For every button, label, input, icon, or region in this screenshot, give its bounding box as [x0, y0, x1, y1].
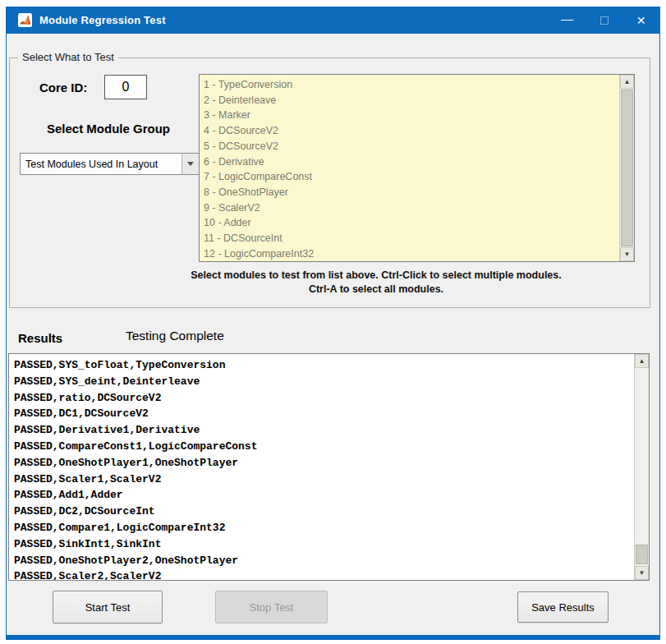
maximize-button[interactable]: [586, 7, 622, 34]
module-list-item[interactable]: 6 - Derivative: [204, 154, 619, 170]
result-row[interactable]: PASSED,Compare1,LogicCompareInt32: [14, 520, 634, 536]
minimize-button[interactable]: —: [549, 7, 586, 34]
scroll-up-icon[interactable]: ▲: [635, 354, 649, 368]
stop-test-button: Stop Test: [215, 591, 328, 623]
result-row[interactable]: PASSED,SinkInt1,SinkInt: [14, 536, 634, 553]
scroll-down-icon[interactable]: ▼: [620, 247, 634, 261]
scrollbar-thumb[interactable]: [621, 90, 633, 246]
scroll-down-icon[interactable]: ▼: [635, 566, 649, 580]
result-row[interactable]: PASSED,SYS_deint,Deinterleave: [14, 374, 634, 390]
matlab-icon: [18, 13, 32, 27]
dropdown-arrow-button[interactable]: [181, 154, 199, 174]
maximize-icon: [600, 16, 609, 25]
scroll-up-icon[interactable]: ▲: [620, 75, 634, 89]
module-list-item[interactable]: 7 - LogicCompareConst: [204, 169, 619, 185]
window-controls: — ✕: [549, 7, 659, 34]
result-row[interactable]: PASSED,OneShotPlayer1,OneShotPlayer: [14, 455, 634, 472]
modules-listbox[interactable]: 1 - TypeConversion2 - Deinterleave3 - Ma…: [199, 74, 635, 262]
result-row[interactable]: PASSED,CompareConst1,LogicCompareConst: [14, 439, 634, 455]
modules-help-text: Select modules to test from list above. …: [130, 269, 622, 297]
status-text: Testing Complete: [126, 329, 224, 343]
select-module-group-label: Select Module Group: [47, 122, 170, 136]
results-listbox[interactable]: PASSED,SYS_toFloat,TypeConversionPASSED,…: [8, 353, 650, 581]
result-row[interactable]: PASSED,Add1,Adder: [14, 487, 634, 504]
modules-scrollbar[interactable]: ▲ ▼: [619, 75, 634, 261]
module-list-item[interactable]: 8 - OneShotPlayer: [204, 185, 619, 200]
results-scrollbar[interactable]: ▲ ▼: [634, 354, 649, 580]
help-line-2: Ctrl-A to select all modules.: [130, 283, 622, 297]
result-row[interactable]: PASSED,SYS_toFloat,TypeConversion: [14, 357, 634, 374]
modules-list: 1 - TypeConversion2 - Deinterleave3 - Ma…: [200, 75, 619, 261]
result-row[interactable]: PASSED,OneShotPlayer2,OneShotPlayer: [14, 553, 634, 569]
results-label: Results: [18, 331, 62, 345]
module-list-item[interactable]: 2 - Deinterleave: [204, 93, 619, 108]
module-list-item[interactable]: 10 - Adder: [204, 215, 619, 231]
module-list-item[interactable]: 3 - Marker: [204, 108, 619, 123]
window-body: Select What to Test Core ID: Select Modu…: [7, 34, 659, 635]
titlebar[interactable]: Module Regression Test — ✕: [7, 7, 659, 34]
result-row[interactable]: PASSED,Derivative1,Derivative: [14, 422, 634, 439]
result-row[interactable]: PASSED,Scaler2,ScalerV2: [14, 568, 634, 580]
core-id-label: Core ID:: [39, 80, 87, 94]
core-id-input[interactable]: [104, 75, 147, 99]
module-list-item[interactable]: 5 - DCSourceV2: [204, 139, 619, 154]
module-list-item[interactable]: 9 - ScalerV2: [204, 200, 619, 216]
result-row[interactable]: PASSED,ratio,DCSourceV2: [14, 390, 634, 407]
chevron-down-icon: [187, 162, 194, 166]
module-list-item[interactable]: 4 - DCSourceV2: [204, 123, 619, 139]
start-test-button[interactable]: Start Test: [53, 591, 163, 623]
result-row[interactable]: PASSED,Scaler1,ScalerV2: [14, 472, 634, 488]
groupbox-title: Select What to Test: [18, 51, 118, 63]
module-group-dropdown[interactable]: Test Modules Used In Layout: [20, 153, 200, 175]
save-results-button[interactable]: Save Results: [517, 591, 609, 623]
window-title: Module Regression Test: [39, 14, 166, 26]
module-group-selected-value: Test Modules Used In Layout: [21, 159, 181, 170]
module-list-item[interactable]: 11 - DCSourceInt: [204, 231, 619, 246]
result-row[interactable]: PASSED,DC1,DCSourceV2: [14, 406, 634, 422]
result-row[interactable]: PASSED,DC2,DCSourceInt: [14, 504, 634, 520]
module-list-item[interactable]: 12 - LogicCompareInt32: [204, 246, 619, 261]
results-list: PASSED,SYS_toFloat,TypeConversionPASSED,…: [9, 354, 634, 580]
close-button[interactable]: ✕: [622, 7, 659, 34]
module-list-item[interactable]: 1 - TypeConversion: [204, 77, 619, 93]
app-window: Module Regression Test — ✕ Select What t…: [6, 7, 660, 640]
help-line-1: Select modules to test from list above. …: [130, 269, 622, 283]
scrollbar-thumb[interactable]: [636, 545, 648, 564]
